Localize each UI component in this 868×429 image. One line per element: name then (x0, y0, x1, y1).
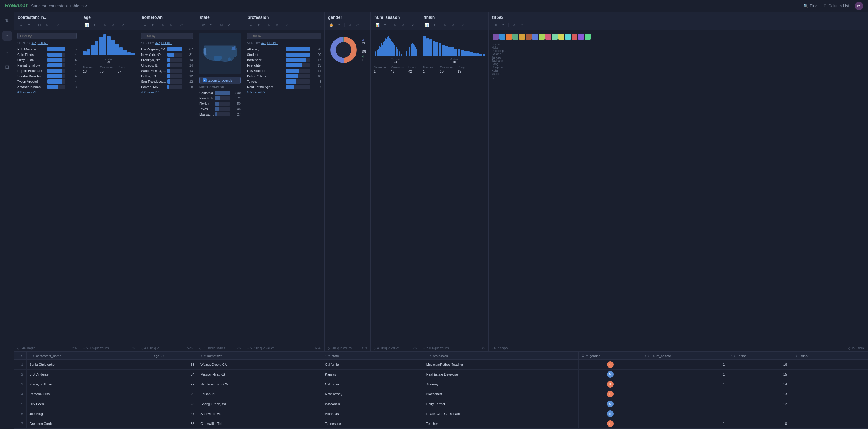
sort-az-link[interactable]: A-Z (32, 41, 36, 45)
tribe3-color-cell[interactable] (493, 34, 499, 40)
th-tribe3[interactable]: ↑↓↑ tribe3 (790, 352, 868, 360)
filter-btn[interactable]: ⊟ (36, 22, 43, 28)
fin-chart-btn[interactable]: 📊 (424, 22, 430, 28)
list-item[interactable]: Tyson Apostol 4 (17, 79, 77, 84)
list-item[interactable]: Teacher 8 (247, 79, 321, 84)
sort-asc-btn[interactable]: ≡ (18, 22, 25, 28)
tribe3-color-cell[interactable] (545, 34, 551, 40)
zoom-to-bounds-btn[interactable]: ✓ Zoom to bounds (199, 77, 241, 84)
table-row[interactable]: 4 Ramona Gray 29 Edison, NJ New Jersey B… (14, 389, 868, 399)
table-row[interactable]: 2 B.B. Andersen 64 Mission Hills, KS Kan… (14, 370, 868, 379)
tribe3-color-cell[interactable] (499, 34, 505, 40)
th-profession[interactable]: ↑▼ profession (423, 352, 579, 360)
list-item[interactable]: Student 20 (247, 52, 321, 57)
tribe3-color-cell[interactable] (526, 34, 531, 40)
sort-desc-btn[interactable]: ▼ (26, 22, 32, 28)
age-chart-btn[interactable]: 📊 (84, 22, 90, 28)
tribe3-color-cell[interactable] (552, 34, 558, 40)
tribe3-color-cell[interactable] (578, 34, 584, 40)
list-item[interactable]: Firefighter 13 (247, 63, 321, 68)
list-item[interactable]: San Francisco,... 12 (141, 79, 193, 84)
column-list-button[interactable]: ⊞ Column List (823, 4, 849, 8)
list-item[interactable]: Brooklyn, NY 14 (141, 57, 193, 63)
tribe3-color-cell[interactable] (558, 34, 564, 40)
th-state[interactable]: ↑▼ state (322, 352, 423, 360)
list-item[interactable]: Dallas, TX 12 (141, 74, 193, 79)
th-gender[interactable]: ⊞▼ gender (579, 352, 642, 360)
tribe3-color-cell[interactable] (513, 34, 519, 40)
list-item[interactable]: New York, NY 31 (141, 52, 193, 57)
table-row[interactable]: 6 Joel Klug 27 Sherwood, AR Arkansas Hea… (14, 409, 868, 419)
expand-btn[interactable]: ⤢ (54, 22, 61, 28)
list-item[interactable]: Parvati Shallow 4 (17, 63, 77, 68)
ns-print-btn[interactable]: ⎙ (400, 22, 406, 28)
list-item[interactable]: Amanda Kimmel 3 (17, 84, 77, 90)
tribe3-color-cell[interactable] (539, 34, 545, 40)
th-finish[interactable]: ↑↓↑ finish (728, 352, 790, 360)
th-row-num[interactable]: ↑▼ (14, 352, 26, 360)
find-button[interactable]: 🔍 Find (803, 4, 817, 8)
sidebar-icon-grid[interactable]: ⊞ (2, 62, 12, 72)
fin-print-btn[interactable]: ⎙ (450, 22, 456, 28)
hometown-more[interactable]: 400 more 614 (141, 91, 193, 94)
sidebar-icon-swap[interactable]: ⇅ (2, 16, 12, 25)
table-row[interactable]: 1 Sonja Christopher 63 Walnut Creek, CA … (14, 360, 868, 370)
state-filter-btn[interactable]: ⎙ (218, 22, 225, 28)
hometown-sort-count[interactable]: COUNT (161, 41, 172, 45)
list-item[interactable]: Cirie Fields 4 (17, 52, 77, 57)
sidebar-icon-up[interactable]: ↑ (2, 31, 12, 40)
list-item[interactable]: Sandra Diaz-Twi... 4 (17, 74, 77, 79)
ns-filter-btn[interactable]: ⎙ (392, 22, 398, 28)
hometown-sort-az[interactable]: A-Z (155, 41, 160, 45)
prof-more[interactable]: 505 more 679 (247, 91, 321, 94)
list-item[interactable]: Bartender 17 (247, 57, 321, 63)
gender-pie-btn[interactable]: 🥧 (328, 22, 335, 28)
list-item[interactable]: Florida 50 (199, 101, 241, 106)
ns-chart-btn[interactable]: 📊 (374, 22, 381, 28)
t3-sort-btn[interactable]: ▼ (500, 22, 506, 28)
table-row[interactable]: 7 Gretchen Cordy 38 Clarksville, TN Tenn… (14, 419, 868, 429)
sidebar-icon-down[interactable]: ↓ (2, 47, 12, 56)
list-item[interactable]: Law Student 11 (247, 68, 321, 74)
age-print-btn[interactable]: ⎙ (110, 22, 116, 28)
tribe3-color-cell[interactable] (532, 34, 538, 40)
t3-print-btn[interactable]: ⎙ (510, 22, 517, 28)
age-filter-btn[interactable]: ⎙ (102, 22, 108, 28)
hometown-print-btn[interactable]: ⎙ (167, 22, 174, 28)
gender-expand-btn[interactable]: ⤢ (354, 22, 361, 28)
avatar[interactable]: PS (855, 2, 863, 10)
t3-grid-btn[interactable]: ⊞ (492, 22, 499, 28)
t3-expand-btn[interactable]: ⤢ (518, 22, 525, 28)
filter-input-profession[interactable] (247, 32, 321, 39)
list-item[interactable]: Boston, MA 8 (141, 84, 193, 90)
table-row[interactable]: 5 Dirk Been 23 Spring Green, WI Wisconsi… (14, 399, 868, 409)
list-item[interactable]: Massachusetts 27 (199, 112, 241, 117)
list-item[interactable]: New York 72 (199, 95, 241, 101)
tribe3-color-cell[interactable] (565, 34, 571, 40)
filter-input-contestant[interactable] (17, 32, 77, 39)
table-scroll[interactable]: ↑▼ ↑▼ contestant_name age ↓↑ (14, 352, 868, 429)
prof-expand-btn[interactable]: ⤢ (284, 22, 290, 28)
age-expand-btn[interactable]: ⤢ (120, 22, 126, 28)
hometown-sort2-btn[interactable]: ▼ (149, 22, 156, 28)
list-item[interactable]: Santa Monica, ... 13 (141, 68, 193, 74)
th-num-season[interactable]: ↑↓↑ num_season (642, 352, 728, 360)
th-hometown[interactable]: ↑▼ hometown (197, 352, 322, 360)
list-item[interactable]: Los Angeles, CA 67 (141, 47, 193, 52)
prof-print-btn[interactable]: ⎙ (274, 22, 280, 28)
fin-filter-btn[interactable]: ⎙ (442, 22, 448, 28)
filter-input-hometown[interactable] (141, 32, 193, 39)
prof-sort-btn[interactable]: ≡ (248, 22, 254, 28)
fin-expand-btn[interactable]: ⤢ (460, 22, 466, 28)
sort-count-link[interactable]: COUNT (38, 41, 48, 45)
list-item[interactable]: California 200 (199, 90, 241, 95)
ns-expand-btn[interactable]: ⤢ (410, 22, 416, 28)
th-contestant-name[interactable]: ↑▼ contestant_name (26, 352, 151, 360)
list-item[interactable]: Rob Mariano 5 (17, 47, 77, 52)
list-item[interactable]: Texas 46 (199, 106, 241, 112)
list-item[interactable]: Police Officer 10 (247, 74, 321, 79)
list-item[interactable]: Attorney 20 (247, 47, 321, 52)
prof-sort2-btn[interactable]: ▼ (255, 22, 262, 28)
gender-sort-btn[interactable]: ▼ (336, 22, 342, 28)
hometown-sort-btn[interactable]: ≡ (142, 22, 148, 28)
